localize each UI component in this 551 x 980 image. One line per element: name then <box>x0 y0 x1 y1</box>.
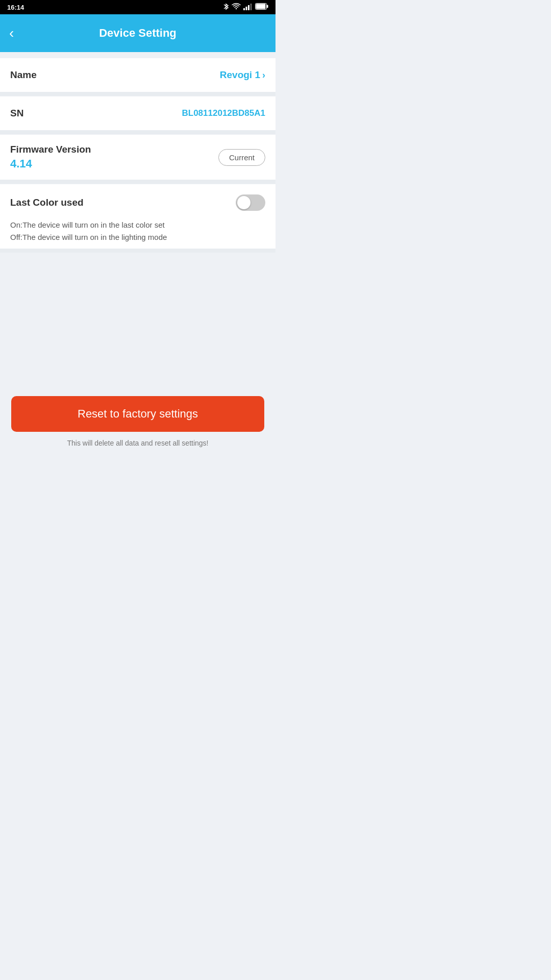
last-color-desc-on: On:The device will turn on in the last c… <box>10 220 165 229</box>
wifi-icon <box>232 3 241 12</box>
bluetooth-icon <box>223 3 229 12</box>
page-title: Device Setting <box>99 27 177 40</box>
divider-3 <box>0 180 276 184</box>
content: Name Revogi 1 › SN BL08112012BD85A1 Firm… <box>0 52 276 457</box>
name-label: Name <box>10 69 37 81</box>
back-button[interactable]: ‹ <box>9 24 18 42</box>
last-color-description: On:The device will turn on in the last c… <box>10 219 265 243</box>
top-spacer <box>0 52 276 58</box>
firmware-row: Firmware Version 4.14 Current <box>0 135 276 180</box>
status-bar: 16:14 <box>0 0 276 14</box>
header: ‹ Device Setting <box>0 14 276 52</box>
name-row[interactable]: Name Revogi 1 › <box>0 58 276 92</box>
last-color-card: Last Color used On:The device will turn … <box>0 184 276 253</box>
status-icons <box>223 3 268 12</box>
sn-label: SN <box>10 108 23 119</box>
reset-factory-button[interactable]: Reset to factory settings <box>11 396 264 432</box>
divider-1 <box>0 92 276 96</box>
svg-rect-3 <box>251 4 252 10</box>
svg-rect-5 <box>256 4 266 9</box>
svg-rect-6 <box>267 5 268 8</box>
sn-value: BL08112012BD85A1 <box>182 108 266 118</box>
signal-icon <box>243 3 253 12</box>
firmware-label: Firmware Version <box>10 144 91 155</box>
svg-rect-1 <box>246 7 247 10</box>
sn-row: SN BL08112012BD85A1 <box>0 96 276 130</box>
divider-4 <box>0 249 276 253</box>
battery-icon <box>255 3 268 11</box>
status-time: 16:14 <box>7 4 24 11</box>
name-value-text: Revogi 1 <box>220 69 260 81</box>
divider-2 <box>0 130 276 134</box>
name-value[interactable]: Revogi 1 › <box>220 69 265 81</box>
firmware-card: Firmware Version 4.14 Current <box>0 135 276 184</box>
firmware-version: 4.14 <box>10 157 91 170</box>
spacer <box>0 253 276 396</box>
last-color-desc-off: Off:The device will turn on in the light… <box>10 233 167 241</box>
sn-card: SN BL08112012BD85A1 <box>0 96 276 134</box>
firmware-left: Firmware Version 4.14 <box>10 144 91 170</box>
reset-warning: This will delete all data and reset all … <box>11 439 264 447</box>
firmware-current-button[interactable]: Current <box>218 149 265 166</box>
svg-rect-0 <box>243 8 245 10</box>
last-color-section: Last Color used On:The device will turn … <box>0 184 276 249</box>
name-card: Name Revogi 1 › <box>0 52 276 96</box>
svg-rect-2 <box>248 5 249 10</box>
last-color-toggle[interactable] <box>236 194 265 211</box>
name-chevron: › <box>262 70 265 81</box>
last-color-row: Last Color used <box>10 194 265 211</box>
bottom-section: Reset to factory settings This will dele… <box>0 396 276 457</box>
last-color-label: Last Color used <box>10 197 84 208</box>
